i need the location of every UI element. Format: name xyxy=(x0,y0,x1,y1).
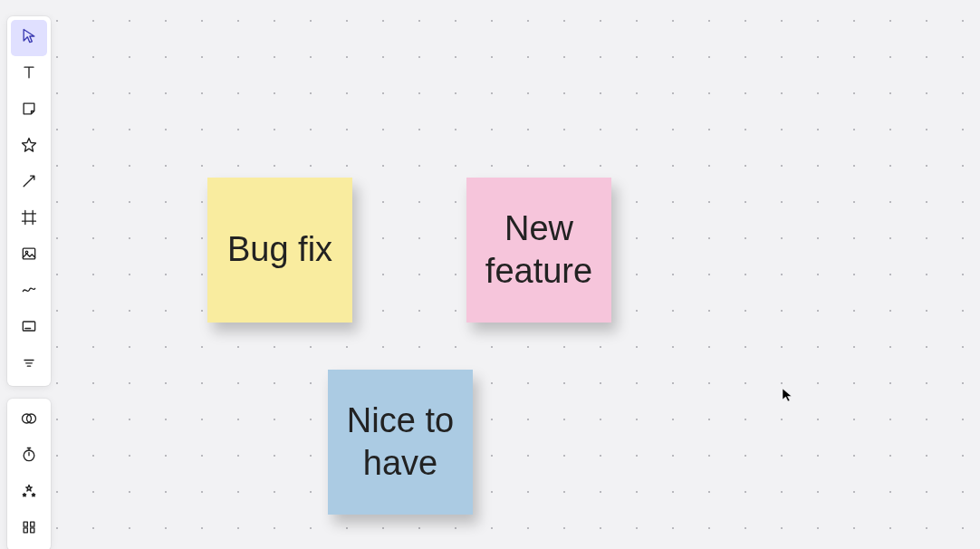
more-icon xyxy=(20,353,38,375)
frame-icon xyxy=(20,208,38,230)
tool-card[interactable] xyxy=(11,310,47,346)
tool-stars[interactable] xyxy=(11,475,47,511)
svg-rect-6 xyxy=(24,522,27,526)
tool-shape[interactable] xyxy=(11,129,47,165)
svg-rect-9 xyxy=(31,528,34,533)
sticky-note-text: New feature xyxy=(476,207,602,294)
tool-templates[interactable] xyxy=(11,511,47,547)
sticky-note-new-feature[interactable]: New feature xyxy=(466,178,611,323)
svg-rect-2 xyxy=(23,322,34,331)
sticky-note-text: Bug fix xyxy=(227,228,332,272)
tool-frame[interactable] xyxy=(11,201,47,237)
cursor-icon xyxy=(20,27,38,49)
card-icon xyxy=(20,317,38,339)
tool-arrow[interactable] xyxy=(11,165,47,201)
svg-rect-8 xyxy=(31,522,34,526)
tool-more[interactable] xyxy=(11,346,47,382)
scribble-icon xyxy=(20,281,38,303)
toolbar-primary xyxy=(7,16,51,386)
sticky-note-text: Nice to have xyxy=(337,400,464,486)
sticky-note-icon xyxy=(20,100,38,121)
image-icon xyxy=(20,245,38,266)
svg-point-1 xyxy=(25,251,28,254)
toolbar-secondary xyxy=(7,399,51,549)
sticky-note-bug-fix[interactable]: Bug fix xyxy=(207,178,352,323)
star-icon xyxy=(20,136,38,158)
tool-relations[interactable] xyxy=(11,402,47,438)
arrow-icon xyxy=(20,172,38,194)
tool-pen[interactable] xyxy=(11,274,47,310)
stopwatch-icon xyxy=(20,446,38,467)
circles-icon xyxy=(20,409,38,431)
svg-rect-0 xyxy=(23,248,34,259)
tool-timer[interactable] xyxy=(11,438,47,475)
tool-image[interactable] xyxy=(11,237,47,274)
tool-select[interactable] xyxy=(11,20,47,56)
grid-icon xyxy=(20,518,38,540)
sticky-note-nice-to-have[interactable]: Nice to have xyxy=(328,370,473,515)
tool-sticky-note[interactable] xyxy=(11,92,47,129)
tool-text[interactable] xyxy=(11,56,47,92)
text-icon xyxy=(20,63,38,85)
svg-rect-7 xyxy=(24,528,27,533)
stars-icon xyxy=(20,482,38,504)
